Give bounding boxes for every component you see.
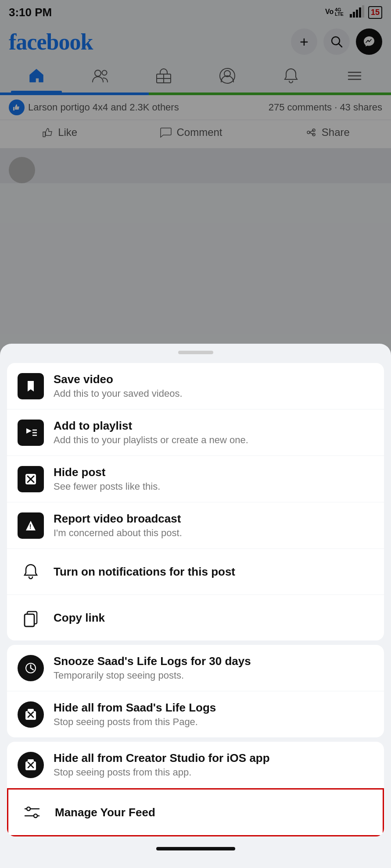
manage-feed-title: Manage Your Feed xyxy=(55,806,155,819)
add-playlist-icon xyxy=(18,420,44,446)
svg-rect-32 xyxy=(25,614,34,626)
hide-all-page-title: Hide all from Saad's Life Logs xyxy=(54,701,216,715)
save-video-item[interactable]: Save video Add this to your saved videos… xyxy=(7,363,384,409)
add-playlist-subtitle: Add this to your playlists or create a n… xyxy=(54,434,248,446)
save-video-text: Save video Add this to your saved videos… xyxy=(54,373,183,399)
turn-on-notifications-title: Turn on notifications for this post xyxy=(54,565,235,579)
save-video-icon xyxy=(18,373,44,399)
manage-feed-icon xyxy=(19,799,45,825)
snooze-title: Snooze Saad's Life Logs for 30 days xyxy=(54,655,251,668)
hide-post-subtitle: See fewer posts like this. xyxy=(54,481,160,492)
bottom-sheet-handle xyxy=(0,344,391,359)
snooze-text: Snooze Saad's Life Logs for 30 days Temp… xyxy=(54,655,251,681)
hide-creator-studio-icon xyxy=(18,752,44,778)
svg-line-36 xyxy=(31,668,33,670)
bottom-sheet: Save video Add this to your saved videos… xyxy=(0,344,391,868)
menu-section-1: Save video Add this to your saved videos… xyxy=(7,363,384,640)
hide-creator-studio-title: Hide all from Creator Studio for iOS app xyxy=(54,751,270,765)
notifications-bell-icon xyxy=(18,559,44,585)
save-video-subtitle: Add this to your saved videos. xyxy=(54,388,183,399)
hide-post-text: Hide post See fewer posts like this. xyxy=(54,466,160,492)
hide-all-page-item[interactable]: Hide all from Saad's Life Logs Stop seei… xyxy=(7,691,384,737)
copy-link-icon xyxy=(18,605,44,631)
svg-rect-44 xyxy=(28,759,34,762)
snooze-icon xyxy=(18,655,44,681)
hide-all-page-subtitle: Stop seeing posts from this Page. xyxy=(54,716,216,728)
home-bar xyxy=(156,847,235,850)
svg-point-46 xyxy=(27,807,30,811)
report-video-title: Report video broadcast xyxy=(54,512,182,526)
menu-section-2: Snooze Saad's Life Logs for 30 days Temp… xyxy=(7,645,384,737)
add-playlist-text: Add to playlist Add this to your playlis… xyxy=(54,419,248,446)
svg-rect-40 xyxy=(28,709,34,711)
copy-link-text: Copy link xyxy=(54,611,105,625)
manage-feed-item[interactable]: Manage Your Feed xyxy=(7,788,384,836)
hide-creator-studio-text: Hide all from Creator Studio for iOS app… xyxy=(54,751,270,778)
turn-on-notifications-text: Turn on notifications for this post xyxy=(54,565,235,579)
report-video-text: Report video broadcast I'm concerned abo… xyxy=(54,512,182,539)
hide-post-icon xyxy=(18,466,44,492)
menu-section-3: Hide all from Creator Studio for iOS app… xyxy=(7,742,384,836)
hide-post-title: Hide post xyxy=(54,466,160,479)
hide-creator-studio-subtitle: Stop seeing posts from this app. xyxy=(54,767,270,778)
hide-all-page-icon xyxy=(18,701,44,728)
report-video-subtitle: I'm concerned about this post. xyxy=(54,527,182,539)
svg-text:!: ! xyxy=(29,523,32,530)
hide-post-item[interactable]: Hide post See fewer posts like this. xyxy=(7,456,384,502)
svg-marker-23 xyxy=(26,428,32,434)
drag-handle xyxy=(178,351,213,354)
svg-point-48 xyxy=(34,814,37,818)
snooze-subtitle: Temporarily stop seeing posts. xyxy=(54,670,251,681)
svg-rect-41 xyxy=(25,761,36,770)
copy-link-item[interactable]: Copy link xyxy=(7,595,384,640)
hide-all-page-text: Hide all from Saad's Life Logs Stop seei… xyxy=(54,701,216,728)
turn-on-notifications-item[interactable]: Turn on notifications for this post xyxy=(7,549,384,595)
add-playlist-title: Add to playlist xyxy=(54,419,248,433)
save-video-title: Save video xyxy=(54,373,183,386)
add-playlist-item[interactable]: Add to playlist Add this to your playlis… xyxy=(7,409,384,456)
copy-link-title: Copy link xyxy=(54,611,105,625)
report-video-icon: ! xyxy=(18,512,44,539)
home-indicator xyxy=(0,841,391,850)
svg-rect-37 xyxy=(25,711,36,720)
snooze-item[interactable]: Snooze Saad's Life Logs for 30 days Temp… xyxy=(7,645,384,691)
report-video-item[interactable]: ! Report video broadcast I'm concerned a… xyxy=(7,502,384,549)
manage-feed-text: Manage Your Feed xyxy=(55,806,155,819)
hide-creator-studio-item[interactable]: Hide all from Creator Studio for iOS app… xyxy=(7,742,384,788)
